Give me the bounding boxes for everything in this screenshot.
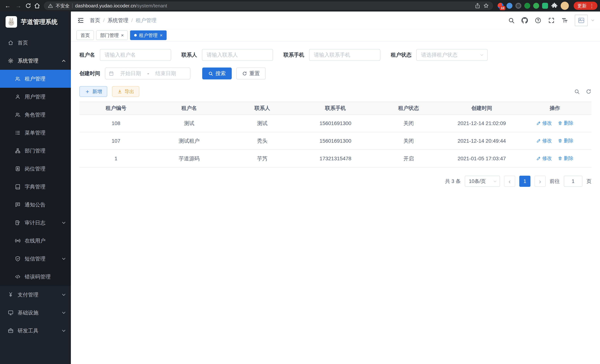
- close-tab-icon[interactable]: ×: [160, 32, 162, 38]
- tab-tenant-management[interactable]: 租户管理×: [130, 30, 167, 40]
- edit-link[interactable]: 修改: [536, 120, 552, 126]
- cell-created: 2021-12-14 21:02:09: [445, 114, 518, 132]
- reset-button[interactable]: 重置: [236, 67, 266, 79]
- sidebar-item-sms-management[interactable]: 短信管理: [0, 250, 71, 268]
- close-tab-icon[interactable]: ×: [121, 32, 124, 38]
- sidebar-item-role-management[interactable]: 角色管理: [0, 106, 71, 124]
- browser-profile-avatar[interactable]: [561, 2, 569, 10]
- end-date-input[interactable]: [151, 71, 180, 76]
- sidebar-item-menu-management[interactable]: 菜单管理: [0, 124, 71, 142]
- search-button[interactable]: 搜索: [202, 67, 232, 79]
- phone-label: 联系手机: [283, 51, 304, 58]
- extension-icon-5[interactable]: [533, 3, 539, 9]
- breadcrumb-item[interactable]: 首页: [90, 17, 100, 24]
- tenant-name-input[interactable]: [100, 49, 171, 61]
- refresh-table-icon[interactable]: [586, 89, 591, 94]
- sidebar-item-infrastructure[interactable]: 基础设施: [0, 304, 71, 322]
- delete-link[interactable]: 删除: [558, 155, 573, 162]
- tab-dept-management[interactable]: 部门管理×: [96, 30, 128, 40]
- status-label: 租户状态: [391, 51, 412, 58]
- extension-icon-6[interactable]: [542, 3, 548, 9]
- chevron-down-icon: [62, 328, 65, 332]
- reload-icon[interactable]: [24, 3, 32, 9]
- export-button[interactable]: 导出: [112, 86, 139, 97]
- page-1-button[interactable]: 1: [519, 176, 530, 187]
- sidebar-item-error-code-management[interactable]: 错误码管理: [0, 268, 71, 286]
- menu-item-label: 首页: [18, 39, 65, 46]
- sidebar-item-home[interactable]: 首页: [0, 34, 71, 52]
- back-icon[interactable]: ←: [3, 1, 13, 10]
- cell-actions: 修改删除: [518, 114, 591, 132]
- sidebar-item-payment-management[interactable]: 支付管理: [0, 286, 71, 304]
- browser-home-icon[interactable]: [33, 2, 41, 9]
- delete-label: 删除: [564, 120, 573, 126]
- help-icon[interactable]: [535, 17, 541, 24]
- start-date-input[interactable]: [116, 71, 145, 76]
- sidebar-item-audit-log[interactable]: 审计日志: [0, 214, 71, 232]
- extension-icon-1[interactable]: 10: [497, 3, 504, 9]
- sidebar-item-system-management[interactable]: 系统管理: [0, 52, 71, 70]
- forward-icon[interactable]: →: [13, 1, 23, 10]
- cell-id: 1: [79, 150, 152, 167]
- page-size-select[interactable]: 10条/页: [465, 176, 500, 187]
- chevron-down-icon: [480, 53, 483, 56]
- share-icon[interactable]: [475, 3, 480, 9]
- extensions-puzzle-icon[interactable]: [551, 2, 558, 9]
- browser-menu-icon[interactable]: ⋮: [588, 3, 596, 9]
- sidebar-item-dict-management[interactable]: 字典管理: [0, 178, 71, 196]
- sidebar-fold-icon[interactable]: [77, 17, 84, 24]
- cell-contact: 秃头: [226, 132, 299, 150]
- table-row: 107测试租户秃头15601691300关闭2021-12-14 20:49:4…: [79, 132, 591, 150]
- next-page-button[interactable]: ›: [534, 176, 546, 187]
- github-icon[interactable]: [521, 17, 528, 24]
- status-select[interactable]: 请选择租户状态: [416, 49, 488, 61]
- sidebar-item-online-users[interactable]: 在线用户: [0, 232, 71, 250]
- extension-icon-4[interactable]: [524, 3, 530, 9]
- bookmark-star-icon[interactable]: [483, 3, 489, 9]
- contact-input[interactable]: [202, 49, 273, 61]
- app-logo[interactable]: 芋道管理系统: [0, 11, 71, 32]
- tree-icon: [15, 148, 21, 154]
- cell-phone: 15601691300: [299, 132, 372, 150]
- cell-phone: 17321315478: [299, 150, 372, 167]
- phone-input[interactable]: [309, 49, 380, 61]
- extension-icon-3[interactable]: [516, 3, 521, 9]
- notice-icon: [15, 202, 21, 208]
- submenu-system-management: 租户管理用户管理角色管理菜单管理部门管理岗位管理字典管理通知公告审计日志在线用户…: [0, 70, 71, 286]
- cell-created: 2021-12-14 20:49:44: [445, 132, 518, 150]
- update-button[interactable]: 更新 ⋮: [574, 2, 597, 10]
- delete-link[interactable]: 删除: [558, 120, 573, 126]
- url-bar[interactable]: 不安全 dashboard.yudao.iocoder.cn/system/te…: [44, 1, 493, 10]
- cell-name: 芋道源码: [152, 150, 225, 167]
- font-size-icon[interactable]: [562, 17, 568, 24]
- goto-page-input[interactable]: [564, 176, 582, 187]
- edit-link[interactable]: 修改: [536, 138, 552, 144]
- fullscreen-icon[interactable]: [548, 17, 555, 24]
- cell-actions: 修改删除: [518, 132, 591, 150]
- menu-list-icon: [15, 130, 21, 136]
- add-button[interactable]: ＋ 新增: [79, 86, 107, 97]
- sidebar-item-dept-management[interactable]: 部门管理: [0, 142, 71, 160]
- user-menu-caret-icon[interactable]: [591, 18, 594, 21]
- tab-home[interactable]: 首页: [76, 30, 94, 40]
- tenant-icon: [15, 76, 21, 82]
- menu-item-label: 角色管理: [25, 111, 65, 118]
- sidebar-item-dev-tools[interactable]: 研发工具: [0, 322, 71, 340]
- breadcrumb-item[interactable]: 系统管理: [108, 17, 128, 24]
- update-label: 更新: [577, 3, 587, 9]
- delete-link[interactable]: 删除: [558, 138, 573, 144]
- sidebar-item-user-management[interactable]: 用户管理: [0, 88, 71, 106]
- table-row: 1芋道源码芋艿17321315478开启2021-01-05 17:03:47修…: [79, 150, 591, 167]
- breadcrumb-item: 租户管理: [136, 17, 157, 24]
- delete-icon: [558, 121, 562, 125]
- prev-page-button[interactable]: ‹: [504, 176, 515, 187]
- extension-icon-2[interactable]: [506, 3, 512, 9]
- date-range-picker[interactable]: -: [105, 67, 190, 79]
- sidebar-item-notice-management[interactable]: 通知公告: [0, 196, 71, 214]
- user-avatar[interactable]: [575, 15, 588, 26]
- sidebar-item-tenant-management[interactable]: 租户管理: [0, 70, 71, 88]
- edit-link[interactable]: 修改: [536, 155, 552, 162]
- zoom-search-icon[interactable]: [574, 89, 580, 94]
- search-icon[interactable]: [508, 17, 515, 24]
- sidebar-item-post-management[interactable]: 岗位管理: [0, 160, 71, 178]
